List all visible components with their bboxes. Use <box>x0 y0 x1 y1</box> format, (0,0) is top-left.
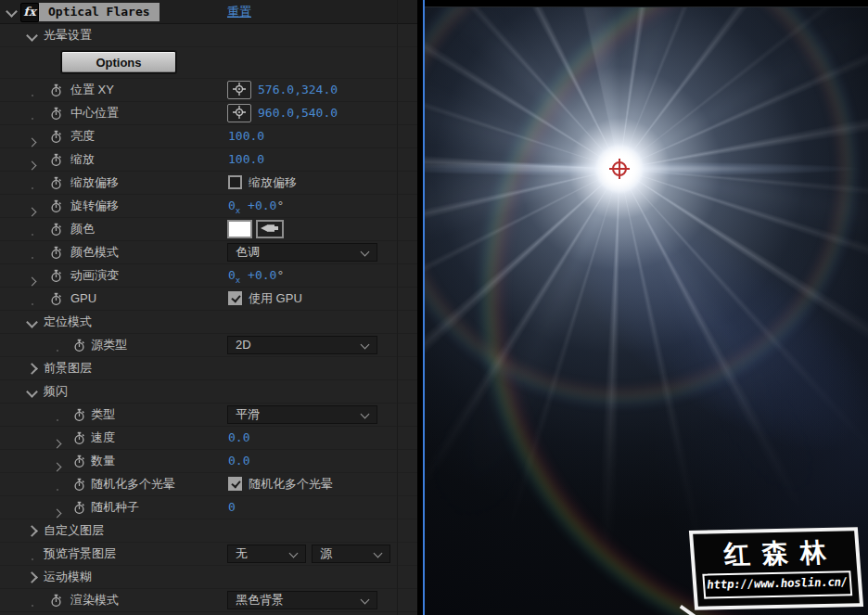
composition-viewer: 红森林 http://www.hoslin.cn/ <box>417 0 868 615</box>
row-flicker[interactable]: 频闪 <box>0 380 417 404</box>
row-gpu: GPU使用 GPU <box>0 288 417 311</box>
stopwatch-icon[interactable] <box>50 292 62 310</box>
row-amount: 数量0.0 <box>0 450 417 473</box>
stopwatch-icon[interactable] <box>73 431 85 449</box>
keyframe-dot <box>29 295 36 312</box>
chevron-right-icon[interactable] <box>26 571 38 583</box>
row-brightness: 亮度100.0 <box>0 125 417 148</box>
chevron-down-icon <box>374 549 383 558</box>
angle-degrees: +0.0 <box>240 199 276 212</box>
dropdown-preview-background-layer-2[interactable]: 源 <box>312 545 390 563</box>
stopwatch-icon[interactable] <box>50 594 62 611</box>
reset-link[interactable]: 重置 <box>227 4 251 20</box>
checkbox-randomize-multiple-flares[interactable] <box>228 477 242 491</box>
keyframe-dot <box>54 411 61 428</box>
row-scale: 缩放100.0 <box>0 148 417 172</box>
chevron-down-icon <box>361 410 370 419</box>
group-label: 定位模式 <box>44 311 92 333</box>
dropdown-preview-background-layer-1[interactable]: 无 <box>227 545 306 563</box>
row-motion-blur[interactable]: 运动模糊 <box>0 566 417 589</box>
row-random-seed: 随机种子0 <box>0 496 417 519</box>
stopwatch-icon[interactable] <box>50 83 62 101</box>
stopwatch-icon[interactable] <box>50 199 62 217</box>
stopwatch-icon[interactable] <box>73 408 85 426</box>
expander-icon[interactable] <box>54 457 60 474</box>
color-swatch[interactable] <box>227 220 252 238</box>
composition-viewport[interactable]: 红森林 http://www.hoslin.cn/ <box>425 6 868 615</box>
chevron-down-icon[interactable] <box>6 6 18 18</box>
checkbox-gpu[interactable] <box>228 291 242 305</box>
flare-position-target-icon[interactable] <box>612 161 627 176</box>
panel-divider <box>397 0 398 615</box>
property-label: 颜色 <box>70 218 95 240</box>
row-speed: 速度0.0 <box>0 427 417 450</box>
property-label: 随机化多个光晕 <box>91 473 175 495</box>
options-button[interactable]: Options <box>61 51 176 73</box>
value-amount[interactable]: 0.0 <box>228 450 249 472</box>
row-color: 颜色 <box>0 218 417 241</box>
point-picker-button[interactable] <box>227 81 251 99</box>
dropdown-render-mode[interactable]: 黑色背景 <box>227 591 377 609</box>
row-custom-layers[interactable]: 自定义图层 <box>0 519 417 543</box>
value-scale[interactable]: 100.0 <box>228 148 264 171</box>
chevron-down-icon <box>361 596 370 605</box>
stopwatch-icon[interactable] <box>73 455 85 472</box>
dropdown-value: 色调 <box>236 245 260 259</box>
property-label: 缩放 <box>70 148 95 171</box>
row-foreground-layers[interactable]: 前景图层 <box>0 357 417 380</box>
chevron-right-icon[interactable] <box>26 363 38 375</box>
chevron-down-icon[interactable] <box>26 30 38 42</box>
keyframe-dot <box>29 249 36 265</box>
angle-revolutions: 0 <box>228 199 236 212</box>
stopwatch-icon[interactable] <box>50 107 62 124</box>
row-positioning-mode[interactable]: 定位模式 <box>0 311 417 334</box>
dropdown-value: 无 <box>236 546 248 560</box>
group-label: 前景图层 <box>44 357 92 379</box>
point-picker-button[interactable] <box>227 104 251 122</box>
property-label: 数量 <box>91 450 115 472</box>
stopwatch-icon[interactable] <box>73 478 85 495</box>
expander-icon[interactable] <box>29 133 35 149</box>
chevron-down-icon[interactable] <box>26 386 38 398</box>
checkbox-label: 使用 GPU <box>249 288 302 310</box>
expander-icon[interactable] <box>54 434 60 451</box>
dropdown-source-type[interactable]: 2D <box>227 336 377 354</box>
group-label: 自定义图层 <box>44 519 104 542</box>
eyedropper-icon[interactable] <box>256 220 284 238</box>
stopwatch-icon[interactable] <box>50 130 62 147</box>
stopwatch-icon[interactable] <box>50 153 62 171</box>
value-speed[interactable]: 0.0 <box>228 427 249 449</box>
expander-icon[interactable] <box>29 156 35 173</box>
fx-badge-icon: fx <box>20 3 39 22</box>
stopwatch-icon[interactable] <box>50 176 62 194</box>
stopwatch-icon[interactable] <box>50 246 62 263</box>
chevron-down-icon[interactable] <box>26 316 38 328</box>
value-position-xy[interactable]: 576.0,324.0 <box>258 79 338 101</box>
value-center-position[interactable]: 960.0,540.0 <box>258 102 338 124</box>
dropdown-color-mode[interactable]: 色调 <box>227 243 377 262</box>
property-label: GPU <box>70 288 96 310</box>
stopwatch-icon[interactable] <box>50 223 62 240</box>
effect-name[interactable]: Optical Flares <box>39 3 160 21</box>
chevron-right-icon[interactable] <box>26 525 38 537</box>
degree-symbol: ° <box>276 199 284 212</box>
value-random-seed[interactable]: 0 <box>228 496 236 519</box>
expander-icon[interactable] <box>29 272 35 288</box>
effect-header-row: fx Optical Flares 重置 <box>0 0 417 24</box>
expander-icon[interactable] <box>29 202 35 219</box>
stopwatch-icon[interactable] <box>50 269 62 287</box>
row-preview-background-layer: 预览背景图层无源 <box>0 543 417 566</box>
row-scale-offset: 缩放偏移缩放偏移 <box>0 172 417 195</box>
dropdown-type[interactable]: 平滑 <box>227 405 377 424</box>
checkbox-scale-offset[interactable] <box>228 175 242 189</box>
effect-controls-panel: fx Optical Flares 重置 光晕设置Options位置 XY576… <box>0 0 417 615</box>
stopwatch-icon[interactable] <box>73 501 85 519</box>
property-label: 动画演变 <box>70 264 119 287</box>
row-type: 类型平滑 <box>0 404 417 427</box>
row-flare-settings[interactable]: 光晕设置 <box>0 24 417 47</box>
stopwatch-icon[interactable] <box>73 339 85 356</box>
keyframe-dot <box>54 341 61 358</box>
expander-icon[interactable] <box>54 504 60 520</box>
value-brightness[interactable]: 100.0 <box>228 125 264 147</box>
property-label: 亮度 <box>70 125 95 147</box>
